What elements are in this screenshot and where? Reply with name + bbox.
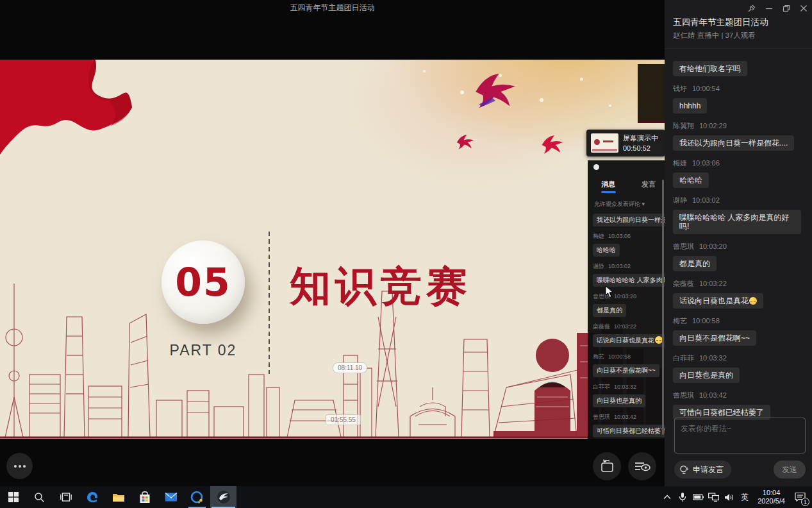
battery-icon[interactable] <box>692 486 704 508</box>
chat-message: 白菲菲10:03:32 向日葵也是真的 <box>673 353 808 383</box>
network-display-icon[interactable] <box>708 486 719 508</box>
start-button[interactable] <box>0 486 26 508</box>
message-time: 10:03:32 <box>699 354 727 362</box>
message-bubble: 向日葵也是真的 <box>673 368 740 383</box>
task-view-button[interactable] <box>53 486 79 508</box>
firework-speck <box>460 90 464 94</box>
firework-speck <box>423 70 426 72</box>
presentation-app-icon <box>217 490 231 504</box>
panel-drag-dot[interactable] <box>593 164 599 170</box>
embedded-chat-message: 梅艺10:00:58 向日葵不是假花啊~~ <box>593 353 665 377</box>
chat-message: 谢静10:03:02 喋喋哈哈哈哈 人家多肉是真的好吗! <box>673 196 808 234</box>
tray-time: 10:04 <box>758 489 785 497</box>
chat-message: 钱圩10:00:54 hhhhh <box>673 84 808 114</box>
restore-icon[interactable] <box>782 4 791 13</box>
speaker-icon[interactable] <box>723 486 734 508</box>
chat-message: 曾思琪10:03:20 都是真的 <box>673 242 808 271</box>
stream-title: 五四青年节主题团日活动 <box>673 17 768 28</box>
rotate-window-icon <box>599 459 615 473</box>
bird-icon <box>542 135 563 155</box>
camera-feed-thumbnail[interactable] <box>638 64 665 123</box>
sender-name: 曾思琪 <box>673 391 694 399</box>
stream-host-status: 赵仁婧 直播中 | 37人观看 <box>673 31 756 40</box>
mouse-cursor <box>605 285 614 298</box>
tray-chevron-up-icon[interactable] <box>661 486 673 508</box>
comment-input[interactable] <box>674 418 806 453</box>
embedded-chat-message: 曾思琪10:03:42 可惜向日葵都已经枯萎了 <box>593 413 665 437</box>
message-time: 10:03:06 <box>692 159 720 167</box>
firework-speck <box>540 98 543 102</box>
presentation-window: 五四青年节主题团日活动 <box>0 0 665 486</box>
mail-button[interactable] <box>158 486 184 508</box>
chat-message: 梅艺10:00:58 向日葵不是假花啊~~ <box>673 316 808 346</box>
sender-name: 谢静 <box>673 196 687 204</box>
laugh-emoji <box>749 297 757 305</box>
message-time: 10:03:02 <box>692 196 720 204</box>
minimize-icon[interactable] <box>765 4 774 13</box>
store-bag-icon <box>139 491 151 504</box>
toggle-comments-button[interactable] <box>628 452 656 480</box>
tray-date: 2020/5/4 <box>758 497 785 505</box>
folder-icon <box>112 492 125 503</box>
more-options-button[interactable] <box>6 453 33 479</box>
clock[interactable]: 10:04 2020/5/4 <box>755 489 788 505</box>
live-chat-sidebar: 五四青年节主题团日活动 赵仁婧 直播中 | 37人观看 有给他们取名字吗 钱圩1… <box>665 0 812 486</box>
tencent-app-button[interactable] <box>184 486 210 508</box>
part-label: PART 02 <box>162 342 245 359</box>
allow-comments-dropdown[interactable]: 允许观众发表评论 ▾ <box>594 200 645 208</box>
embedded-chat-message: 曾思琪10:03:20 都是真的 <box>593 292 665 317</box>
sender-name: 白菲菲 <box>673 354 694 362</box>
embedded-chat-message: 白菲菲10:03:32 向日葵也是真的 <box>593 383 665 407</box>
active-tab-underline <box>601 191 616 193</box>
message-bubble: 喋喋哈哈哈哈 人家多肉是真的好吗! <box>673 210 801 234</box>
message-time: 10:00:58 <box>692 317 720 325</box>
microsoft-store-button[interactable] <box>131 486 158 508</box>
notification-badge: 1 <box>801 498 809 506</box>
scrollbar[interactable] <box>662 180 664 435</box>
message-time: 10:00:54 <box>692 85 720 92</box>
tab-messages[interactable]: 消息 <box>601 180 615 189</box>
firework-speck <box>609 105 611 107</box>
presentation-app-button[interactable] <box>210 486 236 508</box>
embedded-message-list: 我还以为跟向日葵一样是假花 梅婕10:03:06 哈哈哈 谢静10:03:02 … <box>593 213 665 439</box>
share-status-text: 屏幕演示中 <box>623 133 658 143</box>
message-bubble: hhhhh <box>673 98 707 114</box>
file-explorer-button[interactable] <box>105 486 131 508</box>
close-icon[interactable] <box>799 4 808 13</box>
embedded-chat-message: 栾薇薇10:03:22 话说向日葵也是真花 <box>593 323 665 347</box>
embedded-chat-message: 谢静10:03:02 喋喋哈哈哈哈 人家多肉是真 <box>593 262 665 287</box>
request-speak-button[interactable]: 申请发言 <box>674 461 731 478</box>
microphone-icon[interactable] <box>677 486 688 508</box>
window-title: 五四青年节主题团日活动 <box>0 3 665 13</box>
embedded-chat-panel: 消息 发言 允许观众发表评论 ▾ 我还以为跟向日葵一样是假花 梅婕10:03:0… <box>588 160 665 439</box>
message-bubble: 我还以为跟向日葵一样是假花.... <box>673 135 794 151</box>
tencent-app-icon <box>190 491 204 504</box>
language-indicator[interactable]: 英 <box>738 492 751 503</box>
message-bubble: 话说向日葵也是真花 <box>673 293 763 309</box>
chat-message: 梅婕10:03:06 哈哈哈 <box>673 158 808 188</box>
message-bubble: 向日葵不是假花啊~~ <box>673 330 756 346</box>
taskbar-search-button[interactable] <box>26 486 53 508</box>
edge-icon <box>86 491 99 504</box>
windows-taskbar: 英 10:04 2020/5/4 1 <box>0 486 812 508</box>
chat-message: 陈翼翔10:02:29 我还以为跟向日葵一样是假花.... <box>673 121 808 151</box>
slide-canvas: 08:11.10 01:55.55 05 PART 02 知识竞赛 屏幕演示中 <box>0 60 665 439</box>
chat-message: 曾思琪10:03:42 可惜向日葵都已经枯萎了 <box>673 391 808 420</box>
send-button[interactable]: 发送 <box>774 461 806 478</box>
switch-view-button[interactable] <box>593 452 621 480</box>
tab-speak[interactable]: 发言 <box>642 180 656 189</box>
message-bubble: 哈哈哈 <box>673 173 709 188</box>
action-center-button[interactable]: 1 <box>791 486 808 508</box>
screen-share-status-box[interactable]: 屏幕演示中 00:50:52 <box>586 130 665 157</box>
divider <box>665 48 812 49</box>
message-time: 10:03:22 <box>699 280 727 287</box>
pin-icon[interactable] <box>747 4 756 13</box>
chat-message: 有给他们取名字吗 <box>673 61 808 76</box>
slide-title: 知识竞赛 <box>290 258 472 314</box>
edge-browser-button[interactable] <box>79 486 105 508</box>
mail-envelope-icon <box>165 492 178 502</box>
speaking-head-icon <box>679 464 690 475</box>
chat-message: 栾薇薇10:03:22 话说向日葵也是真花 <box>673 279 808 309</box>
chat-message-list: 有给他们取名字吗 钱圩10:00:54 hhhhh 陈翼翔10:02:29 我还… <box>673 61 808 428</box>
dashed-divider <box>269 232 270 374</box>
